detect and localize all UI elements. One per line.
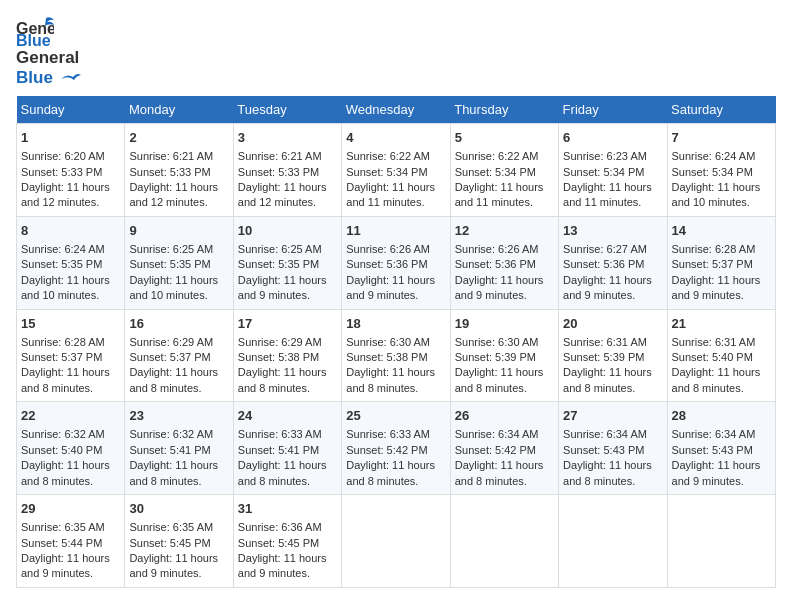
header: General Blue General Blue	[16, 16, 776, 88]
day-detail: Sunrise: 6:23 AM	[563, 149, 662, 164]
day-number: 5	[455, 129, 554, 147]
day-detail: and 8 minutes.	[455, 474, 554, 489]
day-detail: Daylight: 11 hours	[672, 273, 771, 288]
day-detail: and 8 minutes.	[21, 474, 120, 489]
day-detail: Sunset: 5:33 PM	[21, 165, 120, 180]
day-detail: Daylight: 11 hours	[455, 365, 554, 380]
day-number: 12	[455, 222, 554, 240]
logo-icon: General Blue	[16, 16, 54, 46]
day-detail: Sunset: 5:39 PM	[455, 350, 554, 365]
calendar-cell: 21Sunrise: 6:31 AMSunset: 5:40 PMDayligh…	[667, 309, 775, 402]
calendar-cell	[667, 495, 775, 588]
day-detail: and 10 minutes.	[129, 288, 228, 303]
calendar-cell: 29Sunrise: 6:35 AMSunset: 5:44 PMDayligh…	[17, 495, 125, 588]
day-detail: Daylight: 11 hours	[129, 551, 228, 566]
day-detail: Daylight: 11 hours	[346, 180, 445, 195]
day-detail: and 11 minutes.	[455, 195, 554, 210]
day-detail: Sunset: 5:45 PM	[129, 536, 228, 551]
day-detail: and 8 minutes.	[346, 381, 445, 396]
calendar-cell: 2Sunrise: 6:21 AMSunset: 5:33 PMDaylight…	[125, 124, 233, 217]
day-detail: Sunset: 5:33 PM	[129, 165, 228, 180]
day-detail: Sunrise: 6:34 AM	[672, 427, 771, 442]
day-detail: Daylight: 11 hours	[672, 365, 771, 380]
day-detail: Daylight: 11 hours	[455, 180, 554, 195]
calendar-cell: 25Sunrise: 6:33 AMSunset: 5:42 PMDayligh…	[342, 402, 450, 495]
day-detail: and 9 minutes.	[238, 566, 337, 581]
day-detail: and 8 minutes.	[129, 474, 228, 489]
day-detail: Sunset: 5:35 PM	[238, 257, 337, 272]
day-detail: Sunset: 5:33 PM	[238, 165, 337, 180]
day-detail: Sunset: 5:34 PM	[563, 165, 662, 180]
calendar-cell: 16Sunrise: 6:29 AMSunset: 5:37 PMDayligh…	[125, 309, 233, 402]
calendar-cell: 8Sunrise: 6:24 AMSunset: 5:35 PMDaylight…	[17, 216, 125, 309]
day-detail: Daylight: 11 hours	[455, 458, 554, 473]
day-detail: Daylight: 11 hours	[346, 458, 445, 473]
day-number: 14	[672, 222, 771, 240]
day-detail: Sunrise: 6:21 AM	[129, 149, 228, 164]
day-detail: Sunset: 5:40 PM	[672, 350, 771, 365]
day-detail: and 8 minutes.	[346, 474, 445, 489]
calendar-cell: 20Sunrise: 6:31 AMSunset: 5:39 PMDayligh…	[559, 309, 667, 402]
day-detail: Daylight: 11 hours	[672, 458, 771, 473]
header-thursday: Thursday	[450, 96, 558, 124]
day-detail: and 12 minutes.	[21, 195, 120, 210]
day-detail: Daylight: 11 hours	[129, 365, 228, 380]
calendar-week-row: 29Sunrise: 6:35 AMSunset: 5:44 PMDayligh…	[17, 495, 776, 588]
day-number: 3	[238, 129, 337, 147]
calendar-cell: 11Sunrise: 6:26 AMSunset: 5:36 PMDayligh…	[342, 216, 450, 309]
day-detail: Sunrise: 6:35 AM	[129, 520, 228, 535]
calendar-cell: 27Sunrise: 6:34 AMSunset: 5:43 PMDayligh…	[559, 402, 667, 495]
calendar-cell: 28Sunrise: 6:34 AMSunset: 5:43 PMDayligh…	[667, 402, 775, 495]
day-detail: Daylight: 11 hours	[563, 273, 662, 288]
calendar-header-row: SundayMondayTuesdayWednesdayThursdayFrid…	[17, 96, 776, 124]
svg-text:Blue: Blue	[16, 32, 51, 46]
day-detail: and 9 minutes.	[455, 288, 554, 303]
day-detail: Sunrise: 6:25 AM	[238, 242, 337, 257]
day-number: 24	[238, 407, 337, 425]
day-number: 16	[129, 315, 228, 333]
day-number: 21	[672, 315, 771, 333]
day-number: 25	[346, 407, 445, 425]
calendar-cell: 15Sunrise: 6:28 AMSunset: 5:37 PMDayligh…	[17, 309, 125, 402]
calendar-cell: 22Sunrise: 6:32 AMSunset: 5:40 PMDayligh…	[17, 402, 125, 495]
day-detail: Daylight: 11 hours	[238, 273, 337, 288]
logo-text-general: General	[16, 48, 79, 67]
day-number: 31	[238, 500, 337, 518]
day-detail: Daylight: 11 hours	[21, 458, 120, 473]
header-saturday: Saturday	[667, 96, 775, 124]
day-number: 13	[563, 222, 662, 240]
day-detail: and 8 minutes.	[238, 474, 337, 489]
day-detail: Daylight: 11 hours	[238, 458, 337, 473]
day-detail: Daylight: 11 hours	[563, 180, 662, 195]
day-detail: Daylight: 11 hours	[21, 551, 120, 566]
day-detail: Sunset: 5:35 PM	[21, 257, 120, 272]
day-number: 11	[346, 222, 445, 240]
calendar-cell: 13Sunrise: 6:27 AMSunset: 5:36 PMDayligh…	[559, 216, 667, 309]
day-detail: and 12 minutes.	[129, 195, 228, 210]
day-detail: Sunset: 5:37 PM	[21, 350, 120, 365]
day-detail: Sunrise: 6:32 AM	[129, 427, 228, 442]
day-detail: Daylight: 11 hours	[21, 180, 120, 195]
day-detail: Sunrise: 6:30 AM	[346, 335, 445, 350]
day-number: 1	[21, 129, 120, 147]
day-detail: and 9 minutes.	[21, 566, 120, 581]
calendar-cell: 3Sunrise: 6:21 AMSunset: 5:33 PMDaylight…	[233, 124, 341, 217]
day-detail: Sunrise: 6:34 AM	[455, 427, 554, 442]
day-detail: Daylight: 11 hours	[129, 458, 228, 473]
calendar-week-row: 8Sunrise: 6:24 AMSunset: 5:35 PMDaylight…	[17, 216, 776, 309]
day-detail: Sunset: 5:44 PM	[21, 536, 120, 551]
calendar-cell: 30Sunrise: 6:35 AMSunset: 5:45 PMDayligh…	[125, 495, 233, 588]
day-detail: Sunrise: 6:34 AM	[563, 427, 662, 442]
header-wednesday: Wednesday	[342, 96, 450, 124]
day-number: 10	[238, 222, 337, 240]
calendar-week-row: 15Sunrise: 6:28 AMSunset: 5:37 PMDayligh…	[17, 309, 776, 402]
day-number: 6	[563, 129, 662, 147]
header-monday: Monday	[125, 96, 233, 124]
day-detail: Sunset: 5:38 PM	[238, 350, 337, 365]
day-detail: Daylight: 11 hours	[238, 365, 337, 380]
day-number: 19	[455, 315, 554, 333]
day-detail: Sunrise: 6:22 AM	[455, 149, 554, 164]
header-sunday: Sunday	[17, 96, 125, 124]
day-detail: and 8 minutes.	[21, 381, 120, 396]
day-detail: and 8 minutes.	[455, 381, 554, 396]
